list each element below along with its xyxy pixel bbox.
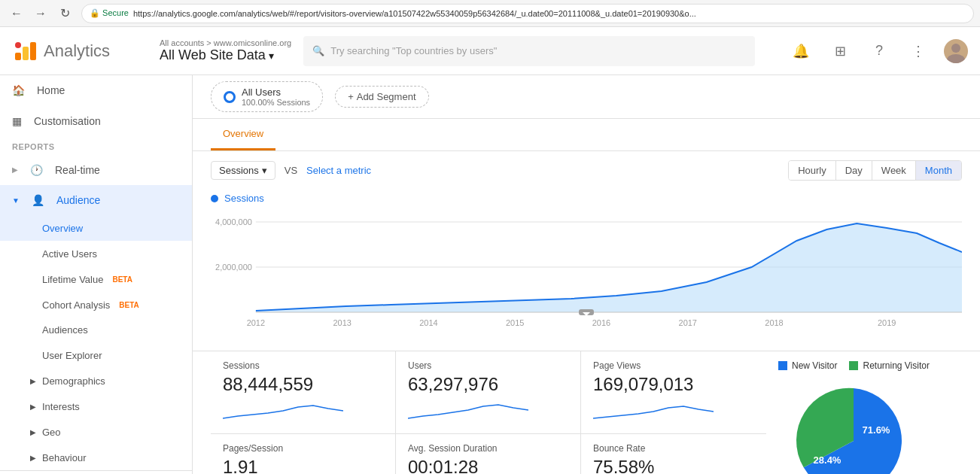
sessions-legend-dot bbox=[211, 195, 218, 202]
logo-area: Analytics bbox=[12, 39, 148, 63]
forward-button[interactable]: → bbox=[30, 3, 51, 24]
svg-point-3 bbox=[15, 42, 21, 48]
sessions-value: 88,444,559 bbox=[223, 374, 383, 395]
pie-legend: New Visitor Returning Visitor bbox=[778, 360, 962, 371]
returning-visitor-label: Returning Visitor bbox=[863, 360, 930, 371]
time-btn-day[interactable]: Day bbox=[836, 161, 872, 180]
secure-badge: 🔒 Secure bbox=[90, 8, 129, 18]
users-value: 63,297,976 bbox=[408, 374, 568, 395]
top-icons: 🔔 ⊞ ? ⋮ bbox=[787, 38, 968, 65]
pages-per-session-label: Pages/Session bbox=[223, 443, 383, 454]
sidebar-settings[interactable]: ⚙ Settings ◀ bbox=[0, 470, 192, 474]
sidebar-expandable-interests[interactable]: ▶ Interests bbox=[0, 394, 192, 420]
expand-interests-icon: ▶ bbox=[30, 403, 36, 411]
chart-area: Sessions 4,000,000 2,000,000 2012 2013 2… bbox=[193, 190, 980, 351]
chart-legend: Sessions bbox=[211, 190, 962, 207]
sidebar-expandable-behaviour[interactable]: ▶ Behaviour bbox=[0, 445, 192, 470]
avatar[interactable] bbox=[944, 39, 968, 63]
sidebar-subitem-audiences[interactable]: Audiences bbox=[0, 318, 192, 343]
avg-session-value: 00:01:28 bbox=[408, 457, 568, 474]
sessions-chart: 4,000,000 2,000,000 2012 2013 2014 2015 … bbox=[211, 207, 962, 342]
metric-selector[interactable]: Sessions ▾ bbox=[211, 161, 275, 180]
metric-page-views: Page Views 169,079,013 bbox=[581, 351, 766, 434]
sidebar-subitem-active-users[interactable]: Active Users bbox=[0, 241, 192, 266]
segment-sub: 100.00% Sessions bbox=[242, 98, 310, 107]
help-button[interactable]: ? bbox=[866, 38, 893, 65]
vs-label: VS bbox=[285, 165, 297, 176]
property-name: All Web Site Data bbox=[160, 47, 266, 63]
sidebar-overview-label: Overview bbox=[42, 223, 83, 234]
page-views-mini-chart bbox=[593, 400, 714, 422]
sessions-mini-chart bbox=[223, 400, 343, 422]
url-text: https://analytics.google.com/analytics/w… bbox=[133, 9, 696, 18]
time-btn-month[interactable]: Month bbox=[916, 161, 961, 180]
add-segment-button[interactable]: + Add Segment bbox=[335, 86, 428, 108]
reports-section-label: REPORTS bbox=[0, 136, 192, 154]
returning-visitor-color bbox=[849, 361, 858, 370]
new-visitor-pct: 71.6% bbox=[863, 424, 890, 436]
property-selector[interactable]: All Web Site Data ▾ bbox=[160, 47, 291, 63]
sidebar-subitem-user-explorer[interactable]: User Explorer bbox=[0, 343, 192, 369]
sidebar-active-users-label: Active Users bbox=[42, 248, 97, 260]
avg-session-label: Avg. Session Duration bbox=[408, 443, 568, 454]
back-button[interactable]: ← bbox=[6, 3, 27, 24]
users-mini-chart bbox=[408, 400, 528, 422]
metrics-grid: Sessions 88,444,559 Users 63,297,976 bbox=[211, 351, 766, 474]
users-label: Users bbox=[408, 360, 568, 371]
content-area: All Users 100.00% Sessions + Add Segment… bbox=[193, 75, 980, 474]
person-icon: 👤 bbox=[32, 194, 44, 206]
sidebar-subitem-cohort-analysis[interactable]: Cohort Analysis BETA bbox=[0, 292, 192, 318]
metric-avg-session-duration: Avg. Session Duration 00:01:28 bbox=[396, 434, 581, 474]
sidebar-item-customisation[interactable]: ▦ Customisation bbox=[0, 106, 192, 137]
returning-visitor-legend: Returning Visitor bbox=[849, 360, 930, 371]
svg-text:2017: 2017 bbox=[679, 318, 697, 327]
sidebar-customisation-label: Customisation bbox=[34, 115, 101, 127]
svg-text:2014: 2014 bbox=[419, 318, 437, 327]
url-input[interactable]: 🔒 Secure https://analytics.google.com/an… bbox=[81, 4, 974, 23]
all-users-segment[interactable]: All Users 100.00% Sessions bbox=[211, 81, 323, 112]
bounce-rate-label: Bounce Rate bbox=[593, 443, 754, 454]
search-bar[interactable]: 🔍 Try searching "Top countries by users" bbox=[303, 36, 755, 66]
more-button[interactable]: ⋮ bbox=[905, 38, 932, 65]
sidebar-expandable-geo[interactable]: ▶ Geo bbox=[0, 419, 192, 445]
select-metric-link[interactable]: Select a metric bbox=[306, 165, 371, 176]
sidebar-subitem-lifetime-value[interactable]: Lifetime Value BETA bbox=[0, 266, 192, 292]
search-placeholder: Try searching "Top countries by users" bbox=[330, 45, 497, 56]
svg-text:2012: 2012 bbox=[247, 318, 265, 327]
time-btn-hourly[interactable]: Hourly bbox=[789, 161, 836, 180]
apps-button[interactable]: ⊞ bbox=[826, 38, 854, 65]
sidebar-realtime-label: Real-time bbox=[55, 164, 100, 176]
sidebar-item-audience[interactable]: ▼ 👤 Audience bbox=[0, 185, 192, 216]
svg-text:2015: 2015 bbox=[506, 318, 524, 327]
sidebar-expandable-demographics[interactable]: ▶ Demographics bbox=[0, 369, 192, 394]
sessions-legend-label: Sessions bbox=[224, 193, 264, 204]
sidebar-item-realtime[interactable]: ▶ 🕐 Real-time bbox=[0, 154, 192, 185]
segment-bar: All Users 100.00% Sessions + Add Segment bbox=[193, 75, 980, 119]
lifetime-value-beta-badge: BETA bbox=[112, 275, 132, 284]
tab-overview[interactable]: Overview bbox=[211, 119, 275, 150]
refresh-button[interactable]: ↻ bbox=[54, 3, 75, 24]
sidebar-audience-label: Audience bbox=[56, 194, 100, 206]
expand-demographics-icon: ▶ bbox=[30, 377, 36, 385]
ga-logo-icon bbox=[12, 39, 36, 63]
sidebar-item-home[interactable]: 🏠 Home bbox=[0, 75, 192, 106]
add-segment-icon: + bbox=[348, 91, 354, 102]
svg-rect-2 bbox=[30, 42, 36, 60]
metric-users: Users 63,297,976 bbox=[396, 351, 581, 434]
sidebar-geo-label: Geo bbox=[42, 427, 61, 438]
svg-text:2018: 2018 bbox=[765, 318, 783, 327]
expand-audience-icon: ▼ bbox=[12, 196, 20, 205]
new-visitor-label: New Visitor bbox=[792, 360, 837, 371]
svg-text:2016: 2016 bbox=[592, 318, 610, 327]
sidebar-user-explorer-label: User Explorer bbox=[42, 350, 102, 361]
time-btn-week[interactable]: Week bbox=[872, 161, 916, 180]
tab-bar: Overview bbox=[193, 119, 980, 151]
sidebar-subitem-overview[interactable]: Overview bbox=[0, 216, 192, 242]
app-title: Analytics bbox=[44, 41, 110, 61]
segment-name: All Users bbox=[242, 87, 310, 98]
pie-chart-svg: 71.6% 28.4% bbox=[778, 377, 929, 474]
svg-text:4,000,000: 4,000,000 bbox=[215, 217, 252, 226]
notifications-button[interactable]: 🔔 bbox=[787, 38, 814, 65]
svg-point-4 bbox=[951, 44, 960, 53]
svg-rect-0 bbox=[15, 53, 21, 60]
